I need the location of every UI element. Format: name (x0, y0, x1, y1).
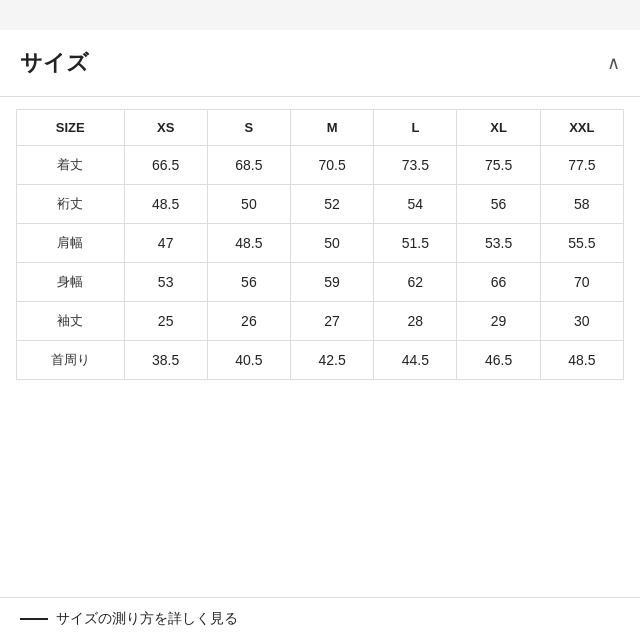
row-value: 48.5 (124, 185, 207, 224)
row-value: 44.5 (374, 341, 457, 380)
row-label: 袖丈 (17, 302, 125, 341)
row-value: 48.5 (540, 341, 623, 380)
row-value: 56 (207, 263, 290, 302)
col-header-size: SIZE (17, 110, 125, 146)
row-value: 53 (124, 263, 207, 302)
size-table: SIZE XS S M L XL XXL 着丈66.568.570.573.57… (16, 109, 624, 380)
table-row: 身幅535659626670 (17, 263, 624, 302)
row-label: 身幅 (17, 263, 125, 302)
col-header-xs: XS (124, 110, 207, 146)
row-value: 26 (207, 302, 290, 341)
top-spacer (0, 0, 640, 30)
row-value: 46.5 (457, 341, 540, 380)
col-header-xl: XL (457, 110, 540, 146)
row-value: 73.5 (374, 146, 457, 185)
row-value: 52 (291, 185, 374, 224)
row-value: 68.5 (207, 146, 290, 185)
table-row: 肩幅4748.55051.553.555.5 (17, 224, 624, 263)
table-header-row: SIZE XS S M L XL XXL (17, 110, 624, 146)
row-value: 38.5 (124, 341, 207, 380)
row-value: 28 (374, 302, 457, 341)
col-header-l: L (374, 110, 457, 146)
row-value: 66.5 (124, 146, 207, 185)
table-row: 袖丈252627282930 (17, 302, 624, 341)
row-value: 30 (540, 302, 623, 341)
section-title: サイズ (20, 48, 89, 78)
col-header-m: M (291, 110, 374, 146)
row-value: 48.5 (207, 224, 290, 263)
row-value: 56 (457, 185, 540, 224)
row-value: 62 (374, 263, 457, 302)
bottom-bar[interactable]: サイズの測り方を詳しく見る (0, 597, 640, 640)
col-header-xxl: XXL (540, 110, 623, 146)
row-value: 50 (207, 185, 290, 224)
row-value: 59 (291, 263, 374, 302)
bottom-bar-text: サイズの測り方を詳しく見る (56, 610, 238, 628)
row-value: 50 (291, 224, 374, 263)
row-value: 51.5 (374, 224, 457, 263)
row-value: 66 (457, 263, 540, 302)
table-row: 首周り38.540.542.544.546.548.5 (17, 341, 624, 380)
row-value: 70.5 (291, 146, 374, 185)
row-value: 75.5 (457, 146, 540, 185)
col-header-s: S (207, 110, 290, 146)
table-row: 着丈66.568.570.573.575.577.5 (17, 146, 624, 185)
row-value: 70 (540, 263, 623, 302)
row-value: 27 (291, 302, 374, 341)
row-value: 47 (124, 224, 207, 263)
chevron-up-icon[interactable]: ∧ (607, 52, 620, 74)
row-value: 42.5 (291, 341, 374, 380)
row-value: 40.5 (207, 341, 290, 380)
row-label: 首周り (17, 341, 125, 380)
row-value: 53.5 (457, 224, 540, 263)
row-value: 58 (540, 185, 623, 224)
table-row: 裄丈48.55052545658 (17, 185, 624, 224)
row-label: 肩幅 (17, 224, 125, 263)
row-value: 54 (374, 185, 457, 224)
row-value: 77.5 (540, 146, 623, 185)
row-label: 裄丈 (17, 185, 125, 224)
section-header[interactable]: サイズ ∧ (0, 30, 640, 96)
row-value: 29 (457, 302, 540, 341)
size-table-container: SIZE XS S M L XL XXL 着丈66.568.570.573.57… (0, 97, 640, 597)
bottom-bar-icon (20, 618, 48, 620)
row-value: 55.5 (540, 224, 623, 263)
row-value: 25 (124, 302, 207, 341)
page-wrapper: サイズ ∧ SIZE XS S M L XL XXL 着丈66.568.570.… (0, 0, 640, 640)
row-label: 着丈 (17, 146, 125, 185)
